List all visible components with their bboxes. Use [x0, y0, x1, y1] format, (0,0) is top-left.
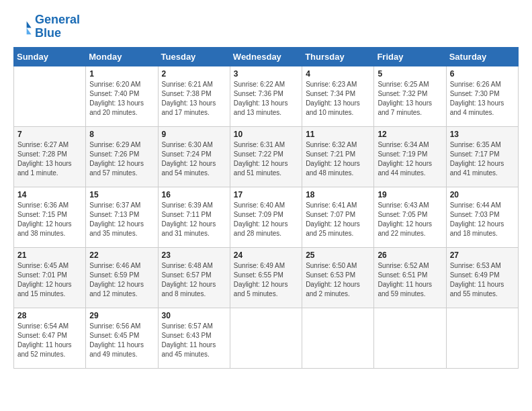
- day-number: 25: [306, 250, 370, 260]
- day-number: 26: [378, 250, 442, 260]
- calendar-cell: 22Sunrise: 6:46 AM Sunset: 6:59 PM Dayli…: [86, 247, 158, 308]
- day-info: Sunrise: 6:22 AM Sunset: 7:36 PM Dayligh…: [234, 80, 298, 118]
- day-number: 20: [450, 190, 515, 199]
- day-number: 13: [450, 130, 515, 139]
- calendar-cell: 7Sunrise: 6:27 AM Sunset: 7:28 PM Daylig…: [14, 126, 86, 187]
- logo: General Blue: [13, 13, 80, 40]
- day-number: 2: [162, 69, 226, 79]
- calendar-cell: 29Sunrise: 6:56 AM Sunset: 6:45 PM Dayli…: [86, 308, 158, 368]
- calendar-cell: 16Sunrise: 6:39 AM Sunset: 7:11 PM Dayli…: [158, 187, 230, 247]
- day-number: 16: [162, 190, 226, 199]
- calendar-table: SundayMondayTuesdayWednesdayThursdayFrid…: [13, 47, 519, 369]
- day-info: Sunrise: 6:32 AM Sunset: 7:21 PM Dayligh…: [306, 140, 370, 178]
- day-info: Sunrise: 6:54 AM Sunset: 6:47 PM Dayligh…: [17, 322, 82, 359]
- calendar-cell: 26Sunrise: 6:52 AM Sunset: 6:51 PM Dayli…: [374, 247, 446, 308]
- weekday-header: Thursday: [302, 47, 374, 66]
- day-info: Sunrise: 6:23 AM Sunset: 7:34 PM Dayligh…: [306, 80, 370, 118]
- day-info: Sunrise: 6:31 AM Sunset: 7:22 PM Dayligh…: [234, 140, 298, 178]
- weekday-header: Monday: [86, 47, 158, 66]
- day-info: Sunrise: 6:57 AM Sunset: 6:43 PM Dayligh…: [162, 322, 226, 359]
- svg-marker-0: [27, 21, 32, 28]
- day-number: 3: [234, 69, 298, 79]
- day-info: Sunrise: 6:26 AM Sunset: 7:30 PM Dayligh…: [450, 80, 515, 118]
- day-number: 18: [306, 190, 370, 199]
- weekday-header: Saturday: [446, 47, 518, 66]
- calendar-cell: 23Sunrise: 6:48 AM Sunset: 6:57 PM Dayli…: [158, 247, 230, 308]
- day-number: 1: [89, 69, 154, 79]
- day-info: Sunrise: 6:39 AM Sunset: 7:11 PM Dayligh…: [162, 201, 226, 238]
- day-info: Sunrise: 6:29 AM Sunset: 7:26 PM Dayligh…: [89, 140, 154, 178]
- day-number: 14: [17, 190, 82, 199]
- logo-icon: [13, 17, 32, 36]
- calendar-cell: 24Sunrise: 6:49 AM Sunset: 6:55 PM Dayli…: [230, 247, 302, 308]
- weekday-header-row: SundayMondayTuesdayWednesdayThursdayFrid…: [14, 47, 519, 66]
- day-info: Sunrise: 6:43 AM Sunset: 7:05 PM Dayligh…: [378, 201, 442, 238]
- day-number: 8: [89, 130, 154, 139]
- day-info: Sunrise: 6:25 AM Sunset: 7:32 PM Dayligh…: [378, 80, 442, 118]
- day-number: 21: [17, 250, 82, 260]
- calendar-cell: 3Sunrise: 6:22 AM Sunset: 7:36 PM Daylig…: [230, 66, 302, 126]
- day-info: Sunrise: 6:45 AM Sunset: 7:01 PM Dayligh…: [17, 261, 82, 299]
- day-number: 17: [234, 190, 298, 199]
- calendar-cell: 1Sunrise: 6:20 AM Sunset: 7:40 PM Daylig…: [86, 66, 158, 126]
- calendar-cell: 14Sunrise: 6:36 AM Sunset: 7:15 PM Dayli…: [14, 187, 86, 247]
- calendar-cell: 8Sunrise: 6:29 AM Sunset: 7:26 PM Daylig…: [86, 126, 158, 187]
- day-number: 12: [378, 130, 442, 139]
- day-info: Sunrise: 6:41 AM Sunset: 7:07 PM Dayligh…: [306, 201, 370, 238]
- day-info: Sunrise: 6:37 AM Sunset: 7:13 PM Dayligh…: [89, 201, 154, 238]
- day-info: Sunrise: 6:30 AM Sunset: 7:24 PM Dayligh…: [162, 140, 226, 178]
- day-info: Sunrise: 6:44 AM Sunset: 7:03 PM Dayligh…: [450, 201, 515, 238]
- weekday-header: Tuesday: [158, 47, 230, 66]
- calendar-cell: 5Sunrise: 6:25 AM Sunset: 7:32 PM Daylig…: [374, 66, 446, 126]
- calendar-week-row: 1Sunrise: 6:20 AM Sunset: 7:40 PM Daylig…: [14, 66, 519, 126]
- day-info: Sunrise: 6:49 AM Sunset: 6:55 PM Dayligh…: [234, 261, 298, 299]
- day-number: 7: [17, 130, 82, 139]
- day-number: 15: [89, 190, 154, 199]
- day-number: 27: [450, 250, 515, 260]
- calendar-cell: 9Sunrise: 6:30 AM Sunset: 7:24 PM Daylig…: [158, 126, 230, 187]
- calendar-cell: 28Sunrise: 6:54 AM Sunset: 6:47 PM Dayli…: [14, 308, 86, 368]
- calendar-week-row: 21Sunrise: 6:45 AM Sunset: 7:01 PM Dayli…: [14, 247, 519, 308]
- weekday-header: Wednesday: [230, 47, 302, 66]
- day-info: Sunrise: 6:52 AM Sunset: 6:51 PM Dayligh…: [378, 261, 442, 299]
- calendar-cell: [374, 308, 446, 368]
- day-number: 6: [450, 69, 515, 79]
- calendar-cell: 25Sunrise: 6:50 AM Sunset: 6:53 PM Dayli…: [302, 247, 374, 308]
- day-info: Sunrise: 6:36 AM Sunset: 7:15 PM Dayligh…: [17, 201, 82, 238]
- day-number: 24: [234, 250, 298, 260]
- day-number: 10: [234, 130, 298, 139]
- calendar-cell: 15Sunrise: 6:37 AM Sunset: 7:13 PM Dayli…: [86, 187, 158, 247]
- page-header: General Blue: [13, 13, 519, 40]
- day-info: Sunrise: 6:21 AM Sunset: 7:38 PM Dayligh…: [162, 80, 226, 118]
- day-info: Sunrise: 6:34 AM Sunset: 7:19 PM Dayligh…: [378, 140, 442, 178]
- day-info: Sunrise: 6:50 AM Sunset: 6:53 PM Dayligh…: [306, 261, 370, 299]
- calendar-cell: 19Sunrise: 6:43 AM Sunset: 7:05 PM Dayli…: [374, 187, 446, 247]
- calendar-cell: [230, 308, 302, 368]
- calendar-cell: 12Sunrise: 6:34 AM Sunset: 7:19 PM Dayli…: [374, 126, 446, 187]
- day-number: 29: [89, 311, 154, 320]
- day-number: 11: [306, 130, 370, 139]
- weekday-header: Sunday: [14, 47, 86, 66]
- day-info: Sunrise: 6:56 AM Sunset: 6:45 PM Dayligh…: [89, 322, 154, 359]
- logo-text: General Blue: [35, 13, 80, 40]
- day-number: 4: [306, 69, 370, 79]
- calendar-week-row: 7Sunrise: 6:27 AM Sunset: 7:28 PM Daylig…: [14, 126, 519, 187]
- calendar-cell: 10Sunrise: 6:31 AM Sunset: 7:22 PM Dayli…: [230, 126, 302, 187]
- day-info: Sunrise: 6:35 AM Sunset: 7:17 PM Dayligh…: [450, 140, 515, 178]
- day-number: 19: [378, 190, 442, 199]
- calendar-cell: 13Sunrise: 6:35 AM Sunset: 7:17 PM Dayli…: [446, 126, 518, 187]
- day-info: Sunrise: 6:53 AM Sunset: 6:49 PM Dayligh…: [450, 261, 515, 299]
- calendar-cell: 20Sunrise: 6:44 AM Sunset: 7:03 PM Dayli…: [446, 187, 518, 247]
- calendar-cell: 27Sunrise: 6:53 AM Sunset: 6:49 PM Dayli…: [446, 247, 518, 308]
- calendar-cell: [446, 308, 518, 368]
- weekday-header: Friday: [374, 47, 446, 66]
- calendar-cell: 21Sunrise: 6:45 AM Sunset: 7:01 PM Dayli…: [14, 247, 86, 308]
- day-number: 23: [162, 250, 226, 260]
- calendar-cell: 18Sunrise: 6:41 AM Sunset: 7:07 PM Dayli…: [302, 187, 374, 247]
- calendar-cell: [302, 308, 374, 368]
- day-number: 28: [17, 311, 82, 320]
- calendar-week-row: 28Sunrise: 6:54 AM Sunset: 6:47 PM Dayli…: [14, 308, 519, 368]
- calendar-cell: 17Sunrise: 6:40 AM Sunset: 7:09 PM Dayli…: [230, 187, 302, 247]
- day-number: 5: [378, 69, 442, 79]
- day-info: Sunrise: 6:20 AM Sunset: 7:40 PM Dayligh…: [89, 80, 154, 118]
